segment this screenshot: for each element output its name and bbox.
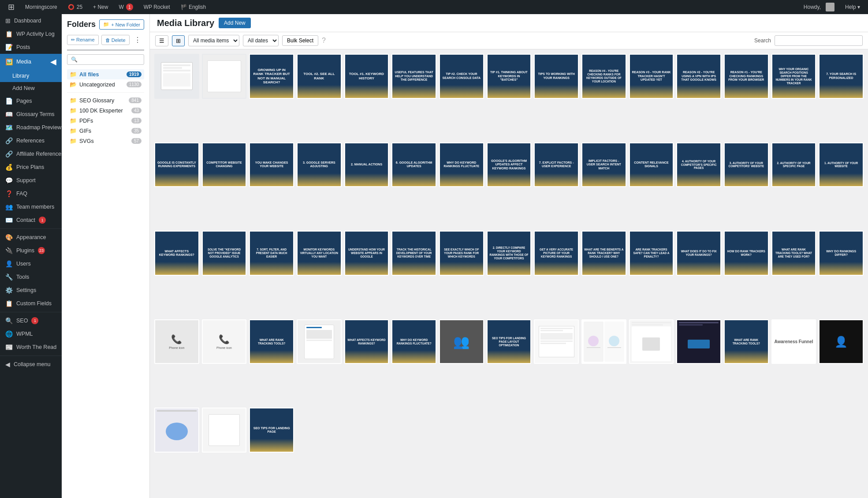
media-item[interactable]: GET A VERY ACCURATE PICTURE OF YOUR KEYW… xyxy=(534,231,579,276)
wp-logo[interactable]: ⊞ xyxy=(4,2,19,12)
media-item[interactable]: YOU MAKE CHANGES YOUR WEBSITE xyxy=(249,142,294,187)
delete-button[interactable]: 🗑 Delete xyxy=(101,35,130,45)
rename-button[interactable]: ✏ Rename xyxy=(67,35,99,45)
media-item[interactable]: SEO TIPS FOR LANDING PAGE xyxy=(249,408,294,453)
media-item[interactable]: IMPLICIT FACTORS - USER SEARCH INTENT MA… xyxy=(581,142,626,187)
media-item[interactable]: WHAT DOES IT DO TO FIX YOUR RANKINGS? xyxy=(676,231,721,276)
bulk-select-button[interactable]: Bulk Select xyxy=(282,35,318,46)
media-item[interactable]: SOLVE THE "KEYWORD NOT PROVIDED" ISSUE G… xyxy=(202,231,247,276)
sidebar-item-dashboard[interactable]: ⊞ Dashboard xyxy=(0,14,62,27)
media-item[interactable]: 2. DIRECTLY COMPARE YOUR KEYWORD RANKING… xyxy=(487,231,532,276)
sidebar-item-settings[interactable]: ⚙️ Settings xyxy=(0,284,62,297)
sidebar-item-pages[interactable]: 📄 Pages xyxy=(0,94,62,108)
media-item[interactable]: CONTENT RELEVANCE SIGNALS xyxy=(629,142,674,187)
media-item[interactable]: UNDERSTAND HOW YOUR WEBSITE APPEARS IN G… xyxy=(344,231,389,276)
media-item[interactable]: WHY DO RANKINGS DIFFER? xyxy=(819,231,864,276)
help-button[interactable]: ? xyxy=(322,37,326,45)
sidebar-item-affiliate[interactable]: 🔗 Affiliate References xyxy=(0,147,62,161)
media-item[interactable]: REASON #4 - YOU'RE CHECKING RANKS FOR KE… xyxy=(581,54,626,99)
sidebar-item-posts[interactable]: 📝 Posts xyxy=(0,41,62,54)
media-item[interactable]: Awareness Funnel xyxy=(771,319,816,364)
folder-item-100dk[interactable]: 📁 100 DK Eksperter 43 xyxy=(67,105,144,116)
list-view-button[interactable]: ☰ xyxy=(155,35,168,46)
media-item[interactable]: 6. GOOGLE ALGORITHM UPDATES xyxy=(391,142,436,187)
sidebar-subitem-library[interactable]: Library xyxy=(0,70,62,82)
folder-item-uncategorized[interactable]: 📂 Uncategorized 1130 xyxy=(67,79,144,90)
sidebar-item-tools[interactable]: 🔧 Tools xyxy=(0,270,62,284)
media-item[interactable]: GOOGLE'S ALGORITHM UPDATES AFFECT KEYWOR… xyxy=(487,142,532,187)
media-item[interactable]: ARE RANK TRACKERS SAFE? CAN THEY LEAD A … xyxy=(629,231,674,276)
media-item[interactable]: GOOGLE IS CONSTANTLY RUNNING EXPERIMENTS xyxy=(154,142,199,187)
add-new-button[interactable]: Add New xyxy=(219,18,251,28)
media-item[interactable]: 2. MANUAL ACTIONS xyxy=(344,142,389,187)
media-item[interactable]: WHY DO KEYWORD RANKINGS FLUCTUATE? xyxy=(391,319,436,364)
media-item[interactable]: WHY DO KEYWORD RANKINGS FLUCTUATE xyxy=(439,142,484,187)
media-item[interactable] xyxy=(534,319,579,364)
sidebar-item-seo[interactable]: 🔍 SEO 1 xyxy=(0,314,62,327)
media-item[interactable]: WHY YOUR ORGANIC SEARCH POSITIONS DIFFER… xyxy=(771,54,816,99)
media-item[interactable]: WHAT ARE RANK TRACKING TOOLS? WHAT ARE T… xyxy=(771,231,816,276)
media-item[interactable]: 3. AUTHORITY OF YOUR COMPETITORS' WEBSIT… xyxy=(724,142,769,187)
sidebar-item-team[interactable]: 👥 Team members xyxy=(0,200,62,213)
media-item[interactable]: 1. AUTHORITY OF YOUR WEBSITE xyxy=(819,142,864,187)
media-item[interactable]: REASON #3 - YOUR RANK TRACKER HASN'T UPD… xyxy=(629,54,674,99)
admin-bar-rocket[interactable]: WP Rocket xyxy=(139,4,175,10)
media-item[interactable] xyxy=(202,54,247,99)
admin-bar-language[interactable]: 🏴 English xyxy=(176,4,211,10)
media-item[interactable]: WHAT AFFECTS KEYWORD RANKINGS? xyxy=(344,319,389,364)
grid-view-button[interactable]: ⊞ xyxy=(172,35,185,46)
media-item[interactable]: WHAT ARE RANK TRACKING TOOLS? xyxy=(724,319,769,364)
media-item[interactable]: USEFUL FEATURES THAT HELP YOU UNDERSTAND… xyxy=(391,54,436,99)
folder-item-all-files[interactable]: 📁 All files 1919 xyxy=(67,69,144,79)
sidebar-item-custom-fields[interactable]: 📋 Custom Fields xyxy=(0,297,62,310)
admin-bar-site-name[interactable]: Morningscore xyxy=(21,4,62,10)
folder-item-gifs[interactable]: 📁 GIFs 35 xyxy=(67,126,144,136)
media-item[interactable]: REASON #1 - YOU'RE CHECKING RANKINGS FRO… xyxy=(724,54,769,99)
media-item[interactable] xyxy=(154,408,199,453)
new-folder-button[interactable]: 📁 + New Folder xyxy=(99,19,144,30)
folder-item-svgs[interactable]: 📁 SVGs 57 xyxy=(67,136,144,146)
sidebar-item-price[interactable]: 💰 Price Plans xyxy=(0,161,62,174)
media-item[interactable] xyxy=(297,319,342,364)
media-item[interactable]: 👥 xyxy=(439,319,484,364)
media-search-input[interactable] xyxy=(775,35,863,46)
admin-bar-visits[interactable]: ⭕ 25 xyxy=(63,4,87,10)
media-item[interactable] xyxy=(202,408,247,453)
media-item[interactable]: TIPS TO WORKING WITH YOUR RANKINGS xyxy=(534,54,579,99)
media-item[interactable]: TIP #1. THINKING ABOUT KEYWORDS IN "BATC… xyxy=(487,54,532,99)
media-item[interactable]: TOOL #1. KEYWORD HISTORY xyxy=(344,54,389,99)
media-item[interactable] xyxy=(629,319,674,364)
sidebar-item-wp-activity[interactable]: 📋 WP Activity Log xyxy=(0,27,62,41)
sidebar-item-media[interactable]: 🖼️ Media ◀ xyxy=(0,54,62,70)
sidebar-item-glossary[interactable]: 📖 Glossary Terms xyxy=(0,108,62,121)
media-item[interactable]: 👤 xyxy=(819,319,864,364)
media-item[interactable]: MONITOR KEYWORDS VIRTUALLY ANY LOCATION … xyxy=(297,231,342,276)
sidebar-item-plugins[interactable]: 🔌 Plugins 23 xyxy=(0,244,62,257)
sidebar-item-contact[interactable]: ✉️ Contact 1 xyxy=(0,213,62,227)
media-item[interactable]: 7. EXPLICIT FACTORS - USER EXPERIENCE xyxy=(534,142,579,187)
media-item[interactable] xyxy=(581,319,626,364)
media-item[interactable]: SEO TIPS FOR LANDING PAGE LAYOUT OPTIMIZ… xyxy=(487,319,532,364)
media-type-filter[interactable]: All media items Images Video Audio Docum… xyxy=(188,35,239,46)
sidebar-item-faq[interactable]: ❓ FAQ xyxy=(0,187,62,200)
media-item[interactable]: WHAT ARE RANK TRACKING TOOLS? xyxy=(249,319,294,364)
sidebar-item-worth[interactable]: 📰 Worth The Read xyxy=(0,341,62,354)
media-item[interactable] xyxy=(154,54,199,99)
media-item[interactable]: GROWING UP IN RANK TRACKER BUT NOT IN MA… xyxy=(249,54,294,99)
media-item[interactable]: 2. AUTHORITY OF YOUR SPECIFIC PAGE xyxy=(771,142,816,187)
folder-item-pdfs[interactable]: 📁 PDFs 13 xyxy=(67,116,144,126)
media-item[interactable]: TOOL #2. SEE ALL RANK xyxy=(297,54,342,99)
more-options-button[interactable]: ⋮ xyxy=(132,35,143,45)
sidebar-item-appearance[interactable]: 🎨 Appearance xyxy=(0,231,62,244)
media-item[interactable]: WHAT ARE THE BENEFITS A RANK TRACKER? WH… xyxy=(581,231,626,276)
sidebar-item-support[interactable]: 💬 Support xyxy=(0,174,62,187)
folder-search-input[interactable] xyxy=(67,54,144,65)
folder-item-seo-glossary[interactable]: 📁 SEO Glossary 841 xyxy=(67,95,144,105)
media-item[interactable]: TIP #2. CHECK YOUR SEARCH CONSOLE DATA xyxy=(439,54,484,99)
media-item[interactable] xyxy=(676,319,721,364)
media-item[interactable]: REASON #2 - YOU'RE USING A VPN WITH IPS … xyxy=(676,54,721,99)
sidebar-subitem-add-new[interactable]: Add New xyxy=(0,82,62,94)
media-item[interactable]: 4. AUTHORITY OF YOUR COMPETITOR'S SPECIF… xyxy=(676,142,721,187)
sidebar-item-references[interactable]: 🔗 References xyxy=(0,134,62,147)
media-item[interactable]: 📞 Phone icon xyxy=(202,319,247,364)
